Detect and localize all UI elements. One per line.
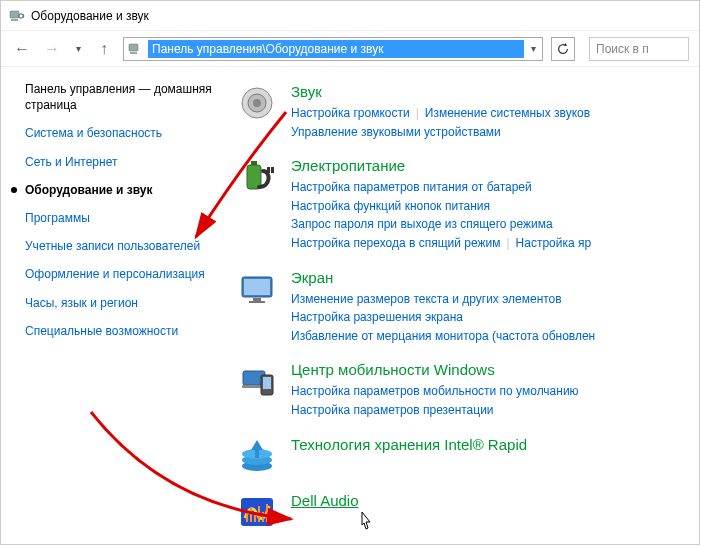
svg-point-2 — [19, 13, 23, 17]
link-system-sounds[interactable]: Изменение системных звуков — [425, 106, 590, 120]
dell-audio-icon — [237, 492, 277, 532]
main-panel: Звук Настройка громкости|Изменение систе… — [231, 67, 699, 544]
category-display: Экран Изменение размеров текста и других… — [231, 263, 699, 356]
sidebar-item-user-accounts[interactable]: Учетные записи пользователей — [25, 238, 219, 254]
sidebar-item-network-internet[interactable]: Сеть и Интернет — [25, 154, 219, 170]
category-title-dell-audio[interactable]: Dell Audio — [291, 492, 695, 509]
sidebar-item-programs[interactable]: Программы — [25, 210, 219, 226]
sidebar-item-clock-language-region[interactable]: Часы, язык и регион — [25, 295, 219, 311]
navbar: ← → ▾ ↑ Панель управления\Оборудование и… — [1, 31, 699, 67]
svg-rect-14 — [253, 298, 261, 301]
sidebar-home[interactable]: Панель управления — домашняя страница — [25, 81, 219, 113]
forward-button[interactable]: → — [41, 38, 63, 60]
svg-rect-10 — [267, 167, 270, 173]
link-resolution[interactable]: Настройка разрешения экрана — [291, 310, 463, 324]
svg-point-7 — [253, 99, 261, 107]
refresh-button[interactable] — [551, 37, 575, 61]
mobility-icon — [237, 361, 277, 401]
search-input[interactable]: Поиск в п — [589, 37, 689, 61]
titlebar: Оборудование и звук — [1, 1, 699, 31]
address-dropdown-icon[interactable]: ▾ — [524, 43, 542, 54]
category-intel-rapid: Технология хранения Intel® Rapid — [231, 430, 699, 486]
location-icon — [126, 39, 146, 59]
link-presentation[interactable]: Настройка параметров презентации — [291, 403, 494, 417]
category-mobility: Центр мобильности Windows Настройка пара… — [231, 355, 699, 429]
category-dell-audio: Dell Audio — [231, 486, 699, 542]
svg-rect-11 — [271, 167, 274, 173]
sidebar-item-hardware-sound[interactable]: Оборудование и звук — [25, 182, 219, 198]
link-battery-power[interactable]: Настройка параметров питания от батарей — [291, 180, 532, 194]
display-icon — [237, 269, 277, 309]
svg-rect-9 — [251, 161, 257, 165]
search-placeholder: Поиск в п — [596, 42, 649, 56]
history-dropdown-icon[interactable]: ▾ — [71, 43, 85, 54]
link-volume[interactable]: Настройка громкости — [291, 106, 410, 120]
back-button[interactable]: ← — [11, 38, 33, 60]
up-button[interactable]: ↑ — [93, 38, 115, 60]
link-flicker[interactable]: Избавление от мерцания монитора (частота… — [291, 329, 595, 343]
category-title-sound[interactable]: Звук — [291, 83, 695, 100]
power-icon — [237, 157, 277, 197]
svg-rect-19 — [263, 377, 271, 389]
category-title-intel-rapid[interactable]: Технология хранения Intel® Rapid — [291, 436, 695, 453]
sidebar-item-appearance[interactable]: Оформление и персонализация — [25, 266, 219, 282]
address-text[interactable]: Панель управления\Оборудование и звук — [148, 40, 524, 58]
link-power-buttons[interactable]: Настройка функций кнопок питания — [291, 199, 490, 213]
svg-rect-13 — [244, 279, 270, 295]
svg-rect-15 — [249, 301, 265, 303]
link-brightness[interactable]: Настройка яр — [516, 236, 592, 250]
sidebar-item-ease-of-access[interactable]: Специальные возможности — [25, 323, 219, 339]
svg-rect-4 — [130, 52, 137, 54]
category-sound: Звук Настройка громкости|Изменение систе… — [231, 77, 699, 151]
intel-rapid-icon — [237, 436, 277, 476]
category-title-mobility[interactable]: Центр мобильности Windows — [291, 361, 695, 378]
link-sleep[interactable]: Настройка перехода в спящий режим — [291, 236, 500, 250]
sidebar: Панель управления — домашняя страница Си… — [1, 67, 231, 544]
category-power: Электропитание Настройка параметров пита… — [231, 151, 699, 262]
address-bar[interactable]: Панель управления\Оборудование и звук ▾ — [123, 37, 543, 61]
link-mobility-defaults[interactable]: Настройка параметров мобильности по умол… — [291, 384, 579, 398]
link-text-size[interactable]: Изменение размеров текста и других элеме… — [291, 292, 562, 306]
window-title: Оборудование и звук — [31, 9, 149, 23]
link-wake-password[interactable]: Запрос пароля при выходе из спящего режи… — [291, 217, 553, 231]
category-title-power[interactable]: Электропитание — [291, 157, 695, 174]
category-title-display[interactable]: Экран — [291, 269, 695, 286]
sidebar-item-system-security[interactable]: Система и безопасность — [25, 125, 219, 141]
svg-rect-1 — [11, 19, 18, 21]
svg-rect-0 — [10, 11, 19, 18]
speaker-icon — [237, 83, 277, 123]
hardware-sound-icon — [9, 8, 25, 24]
svg-rect-3 — [129, 44, 138, 51]
link-audio-devices[interactable]: Управление звуковыми устройствами — [291, 125, 501, 139]
